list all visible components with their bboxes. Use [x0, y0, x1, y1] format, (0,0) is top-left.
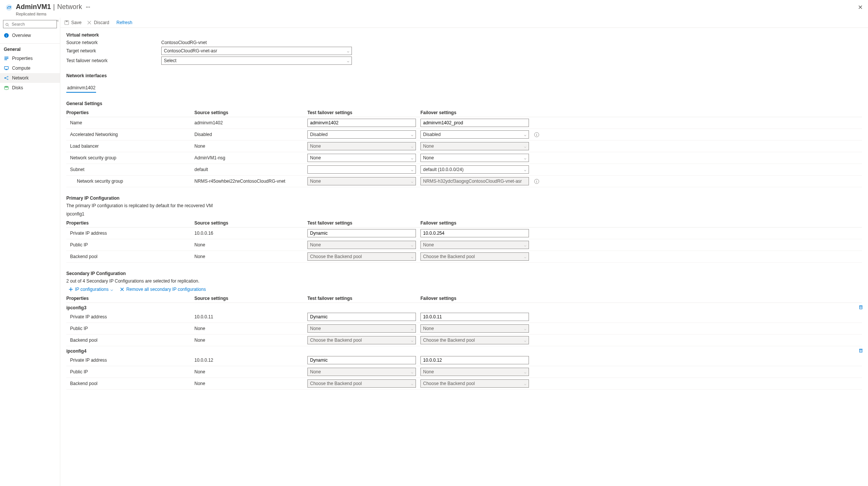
table-row: Name adminvm1402: [66, 117, 862, 129]
sidebar-item-label: Properties: [12, 56, 33, 61]
save-button[interactable]: Save: [64, 20, 81, 25]
section-name: Network: [57, 3, 82, 11]
table-row: Private IP address 10.0.0.12: [66, 355, 862, 366]
select-pubip-fail: None⌵: [420, 241, 529, 249]
row-label: Load balancer: [66, 144, 194, 149]
sidebar-item-disks[interactable]: Disks: [0, 83, 60, 93]
chevron-down-icon: ⌵: [524, 370, 526, 374]
ipconfig-name: ipconfig4: [66, 348, 86, 354]
ipconfig-group: ipconfig4: [66, 346, 862, 355]
discard-button[interactable]: Discard: [87, 20, 109, 25]
row-source: None: [194, 326, 307, 331]
page-title: AdminVM1 | Network ···: [16, 3, 92, 11]
breadcrumb: Replicated items: [16, 12, 92, 16]
more-icon[interactable]: ···: [84, 4, 92, 10]
row-source: AdminVM1-nsg: [194, 155, 307, 160]
info-icon: i: [4, 33, 9, 38]
plus-icon: [69, 287, 73, 292]
svg-rect-11: [5, 70, 7, 70]
select-target-network[interactable]: ContosoCloudRG-vnet-asr⌵: [161, 47, 352, 55]
tab-nic[interactable]: adminvm1402: [66, 84, 96, 93]
row-label: Subnet: [66, 167, 194, 172]
delete-ipconfig-icon[interactable]: [858, 348, 863, 354]
select-nsg-test[interactable]: None⌵: [307, 154, 416, 162]
select-test-failover-network[interactable]: Select⌵: [161, 57, 352, 65]
chevron-down-icon: ⌵: [411, 144, 413, 148]
delete-ipconfig-icon[interactable]: [858, 304, 863, 311]
section-primary-ip: Primary IP Configuration: [66, 196, 862, 201]
close-icon[interactable]: ✕: [858, 4, 863, 11]
chevron-down-icon: ⌵: [411, 255, 413, 259]
search-icon: [5, 23, 9, 27]
row-source: NRMS-r45owhbei22rwContosoCloudRG-vnet: [194, 179, 307, 184]
input-pip-test[interactable]: [307, 229, 416, 237]
input-name-fail[interactable]: [420, 119, 529, 127]
properties-icon: [4, 56, 9, 61]
select-value: ContosoCloudRG-vnet-asr: [164, 48, 217, 53]
label-source-network: Source network: [66, 40, 161, 45]
compute-icon: [4, 66, 9, 71]
input-pip-test[interactable]: [307, 356, 416, 364]
chevron-down-icon: ⌵: [411, 168, 413, 172]
svg-rect-7: [5, 57, 9, 58]
select-pubip-fail: None⌵: [420, 368, 529, 376]
select-accel-fail[interactable]: Disabled⌵: [420, 130, 529, 139]
select-subnet-test[interactable]: ⌵: [307, 165, 416, 174]
svg-rect-19: [66, 21, 67, 22]
select-bep-fail: Choose the Backend pool⌵: [420, 379, 529, 388]
table-header: Properties Source settings Test failover…: [66, 294, 862, 303]
chevron-down-icon: ⌵: [524, 133, 526, 137]
table-row: Public IP None None⌵ None⌵: [66, 366, 862, 378]
input-pip-fail[interactable]: [420, 356, 529, 364]
select-pubip-test: None⌵: [307, 241, 416, 249]
remove-all-ipconfig-button[interactable]: Remove all secondary IP configurations: [120, 287, 206, 292]
table-header: Properties Source settings Test failover…: [66, 109, 862, 117]
search-input[interactable]: [3, 20, 57, 28]
col-test: Test failover settings: [307, 296, 420, 301]
chevron-down-icon: ⌵: [524, 255, 526, 259]
sidebar-item-overview[interactable]: i Overview: [0, 31, 60, 40]
col-properties: Properties: [66, 110, 194, 115]
select-bep-fail: Choose the Backend pool⌵: [420, 336, 529, 344]
info-icon[interactable]: i: [534, 132, 539, 137]
collapse-sidebar-icon[interactable]: «: [56, 17, 60, 24]
sidebar-item-network[interactable]: Network: [0, 73, 60, 83]
svg-line-16: [6, 78, 7, 79]
input-name-test[interactable]: [307, 119, 416, 127]
input-pip-fail[interactable]: [420, 313, 529, 321]
col-test: Test failover settings: [307, 220, 420, 226]
value-source-network: ContosoCloudRG-vnet: [161, 40, 207, 45]
refresh-button[interactable]: Refresh: [115, 20, 132, 25]
row-label: Public IP: [66, 369, 194, 374]
table-header: Properties Source settings Test failover…: [66, 219, 862, 228]
chevron-down-icon: ⌵: [524, 382, 526, 386]
table-row: Public IP None None⌵ None⌵: [66, 323, 862, 335]
info-icon[interactable]: i: [534, 179, 539, 184]
row-source: 10.0.0.16: [194, 231, 307, 236]
chevron-down-icon: ⌵: [411, 156, 413, 160]
row-source: Disabled: [194, 132, 307, 137]
row-label: Network security group: [66, 155, 194, 160]
select-bep-test: Choose the Backend pool⌵: [307, 336, 416, 344]
add-ipconfig-button[interactable]: IP configurations ⌵: [69, 287, 113, 292]
sidebar-item-label: Overview: [12, 33, 31, 38]
save-icon: [64, 20, 69, 25]
action-label: IP configurations: [75, 287, 108, 292]
select-accel-test[interactable]: Disabled⌵: [307, 130, 416, 139]
label-target-network: Target network: [66, 48, 161, 53]
select-nsg-fail[interactable]: None⌵: [420, 154, 529, 162]
row-label: Private IP address: [66, 231, 194, 236]
chevron-down-icon: ⌵: [411, 338, 413, 342]
svg-point-17: [5, 86, 9, 87]
sidebar-item-compute[interactable]: Compute: [0, 63, 60, 73]
select-subnet-fail[interactable]: default (10.0.0.0/24)⌵: [420, 165, 529, 174]
row-label: Backend pool: [66, 338, 194, 343]
sidebar-item-label: Network: [12, 75, 29, 81]
select-pubip-fail: None⌵: [420, 324, 529, 333]
input-pip-fail[interactable]: [420, 229, 529, 237]
chevron-down-icon: ⌵: [411, 243, 413, 247]
sidebar-item-properties[interactable]: Properties: [0, 53, 60, 63]
table-row: Network security group NRMS-r45owhbei22r…: [66, 176, 862, 187]
input-pip-test[interactable]: [307, 313, 416, 321]
svg-point-3: [6, 23, 8, 26]
